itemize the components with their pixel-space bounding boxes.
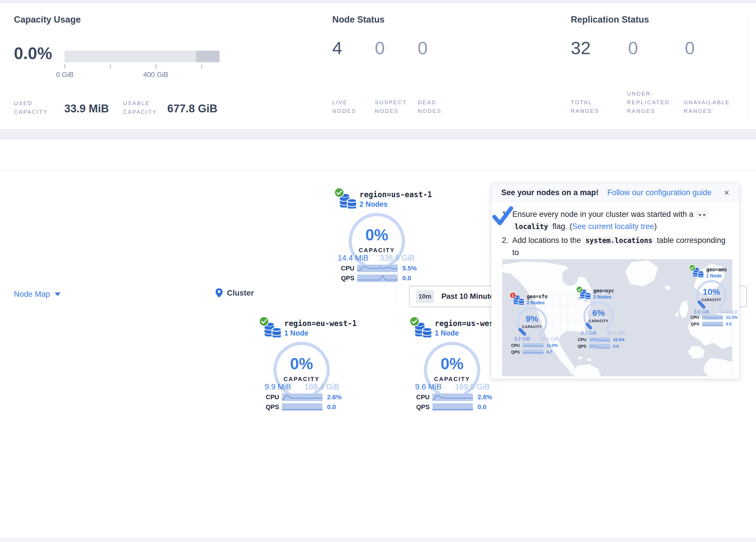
- cpu-row: CPU 12.3%: [691, 315, 744, 320]
- total-ranges-count: 32: [571, 38, 591, 58]
- axis-tick-label: 0 GiB: [50, 71, 79, 79]
- step-text: flag. (: [551, 222, 572, 231]
- qps-value: 0.0: [478, 403, 487, 411]
- qps-label: QPS: [578, 344, 589, 349]
- total-value: 35.1 GiB: [535, 337, 564, 342]
- preview-world-map: 1 geo=sfo 2 Nodes 9%: [502, 259, 732, 376]
- axis-tick: [201, 64, 202, 69]
- suspect-nodes-label: SUSPECT NODES: [375, 98, 407, 115]
- qps-sparkline: [282, 403, 322, 411]
- region-nodes-link[interactable]: 1 Node: [435, 329, 459, 337]
- qps-label: QPS: [341, 275, 357, 282]
- capacity-caption: CAPACITY: [423, 376, 481, 383]
- qps-label: QPS: [691, 322, 702, 326]
- cpu-row: CPU 2.6%: [266, 393, 346, 401]
- healthy-status-icon: [334, 187, 344, 198]
- cluster-summary-bar: Capacity Usage 0.0% 0 GiB 400 GiB USED C…: [0, 3, 756, 129]
- qps-row: QPS 0.0: [341, 274, 421, 282]
- breadcrumb: Cluster: [215, 288, 254, 298]
- time-range-value: Past 10 Minutes: [441, 292, 498, 301]
- total-value: 169.4 GiB: [298, 383, 346, 392]
- capacity-values: 9.9 MiB 169.4 GiB: [258, 383, 346, 392]
- breadcrumb-label: Cluster: [227, 289, 254, 298]
- cpu-sparkline: [357, 264, 398, 272]
- cpu-value: 2.6%: [327, 394, 342, 401]
- map-node-title: geo=sfo: [527, 294, 548, 300]
- error-count: 1: [512, 293, 514, 298]
- dead-nodes-count: 0: [418, 38, 427, 58]
- total-value: 169.5 GiB: [449, 383, 496, 392]
- qps-value: 0.0: [726, 322, 731, 326]
- capacity-values: 3.7 GiB 65.7 GiB: [576, 331, 631, 336]
- region-nodes-link[interactable]: 1 Node: [284, 329, 308, 337]
- qps-row: QPS 0.0: [691, 322, 744, 327]
- qps-sparkline: [523, 350, 544, 354]
- view-selector[interactable]: Node Map: [14, 290, 60, 299]
- cpu-label: CPU: [266, 394, 282, 401]
- live-nodes-count: 4: [332, 38, 342, 58]
- section-gap: [0, 129, 756, 139]
- locality-tree-link[interactable]: See current locality tree: [572, 222, 654, 231]
- cpu-value: 2.8%: [478, 394, 492, 401]
- capacity-percent: 10%: [696, 287, 727, 297]
- cpu-label: CPU: [578, 337, 589, 342]
- node-map-page: Capacity Usage 0.0% 0 GiB 400 GiB USED C…: [0, 0, 756, 542]
- healthy-status-icon: [409, 316, 420, 327]
- region-title: region=us-east-1: [359, 190, 432, 199]
- capacity-gauge: 6% CAPACITY: [583, 301, 614, 333]
- config-step-1: 1. Ensure every node in your cluster was…: [502, 208, 731, 233]
- used-value: 14.4 MiB: [333, 253, 373, 262]
- system-locations-code: system.locations: [583, 236, 655, 245]
- view-selector-label[interactable]: Node Map: [14, 290, 50, 299]
- cpu-label: CPU: [691, 315, 702, 320]
- healthy-status-icon: [689, 264, 696, 271]
- qps-value: 0.0: [327, 403, 336, 411]
- region-title: region=eu-west-1: [284, 319, 357, 328]
- map-node-link[interactable]: 1 Node: [706, 273, 722, 279]
- qps-sparkline: [702, 322, 723, 326]
- region-nodes-link[interactable]: 2 Nodes: [359, 200, 388, 208]
- total-value: 65.7 GiB: [601, 331, 631, 336]
- bottom-strip: [0, 538, 756, 542]
- used-value: 3.7 GiB: [576, 331, 601, 336]
- capacity-gauge: 9% CAPACITY: [516, 306, 548, 338]
- close-icon[interactable]: ×: [724, 188, 729, 197]
- map-node-link[interactable]: 2 Nodes: [527, 300, 545, 306]
- map-hudson-bay: [562, 268, 578, 286]
- axis-tick: [110, 64, 111, 69]
- under-replicated-label: UNDER- REPLICATED RANGES: [627, 89, 670, 115]
- usable-capacity-label: USABLE CAPACITY: [123, 99, 157, 116]
- step-text: Add locations to the: [512, 236, 583, 245]
- locality-flag-code: --: [696, 210, 709, 219]
- toolbar-divider: [396, 285, 397, 304]
- healthy-status-icon: [576, 286, 583, 293]
- cpu-sparkline: [432, 394, 473, 401]
- region-card-eu-west-1: region=eu-west-1 1 Node 0% CAPACITY 9.9 …: [258, 316, 346, 416]
- capacity-caption: CAPACITY: [516, 325, 548, 329]
- map-node-link[interactable]: 2 Nodes: [593, 295, 611, 300]
- popup-title: See your nodes on a map!: [501, 188, 599, 197]
- capacity-bar: [65, 51, 220, 62]
- time-range-badge: 10m: [416, 290, 434, 303]
- capacity-values: 14.4 MiB 338.9 GiB: [333, 253, 421, 262]
- total-value: 34.4 GiB: [714, 310, 744, 315]
- axis-tick: [65, 64, 65, 69]
- cpu-label: CPU: [416, 394, 432, 401]
- cpu-row: CPU 5.5%: [341, 264, 421, 273]
- map-node-title: geo=nyc: [593, 288, 614, 294]
- qps-row: QPS 4.7: [511, 350, 564, 355]
- qps-row: QPS 0.0: [578, 344, 631, 349]
- used-value: 3.6 GiB: [689, 310, 714, 315]
- capacity-gauge: 10% CAPACITY: [696, 280, 727, 311]
- configuration-guide-link[interactable]: Follow our configuration guide: [607, 188, 711, 197]
- capacity-caption: CAPACITY: [273, 376, 331, 383]
- under-replicated-count: 0: [628, 38, 638, 58]
- map-pin-icon: [215, 288, 223, 298]
- popup-header: See your nodes on a map! Follow our conf…: [491, 183, 739, 202]
- capacity-values: 3.6 GiB 34.4 GiB: [689, 310, 744, 315]
- qps-row: QPS 0.0: [416, 403, 496, 411]
- axis-tick-label: 400 GiB: [135, 71, 176, 79]
- used-capacity-value: 33.9 MiB: [64, 102, 109, 115]
- top-strip: [0, 0, 756, 3]
- cpu-sparkline: [282, 394, 322, 401]
